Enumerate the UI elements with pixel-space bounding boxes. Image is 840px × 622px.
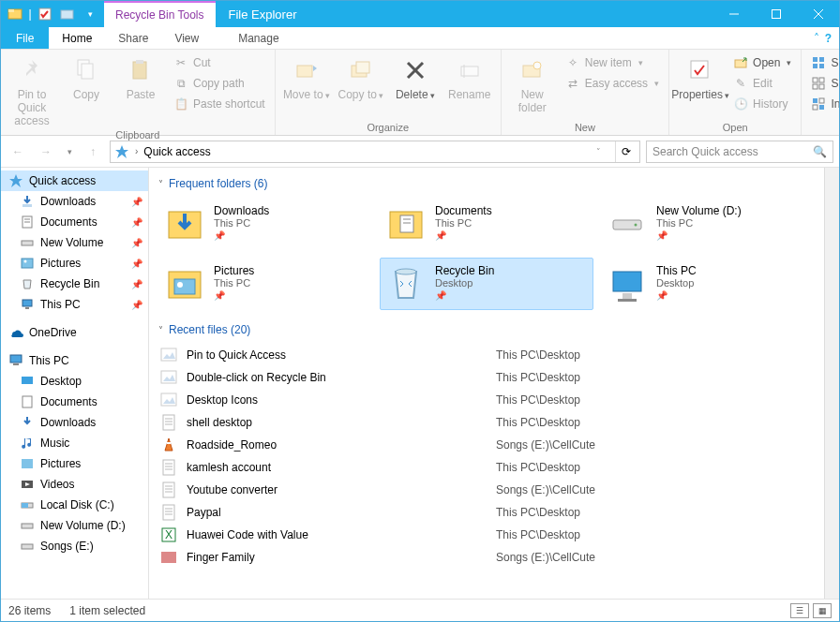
frequent-folder-item[interactable]: This PC Desktop 📌 [601, 258, 815, 310]
sidebar-pc-desktop[interactable]: Desktop [1, 371, 148, 392]
menu-file[interactable]: File [1, 27, 49, 49]
sidebar-pc-newvolume-d[interactable]: New Volume (D:) [1, 515, 148, 536]
qat-newfolder-icon[interactable] [57, 4, 78, 24]
svg-rect-14 [356, 62, 369, 73]
invert-selection-button[interactable]: Invert selection [807, 95, 840, 113]
copy-to-button[interactable]: Copy to▾ [336, 52, 386, 102]
select-all-button[interactable]: Select all [807, 53, 840, 72]
file-name: Huawei Code with Value [187, 528, 496, 541]
folder-name: This PC [656, 264, 697, 277]
navigation-pane[interactable]: Quick access Downloads📌 Documents📌 New V… [1, 168, 149, 599]
history-button[interactable]: 🕒History [729, 95, 795, 113]
close-button[interactable] [797, 1, 839, 27]
new-folder-button[interactable]: New folder [507, 52, 558, 115]
rename-button[interactable]: Rename [444, 52, 495, 102]
properties-button[interactable]: Properties▾ [675, 52, 726, 102]
frequent-folder-item[interactable]: Pictures This PC 📌 [158, 258, 372, 310]
easy-access-button[interactable]: ⇄Easy access▾ [562, 74, 663, 93]
cut-button[interactable]: ✂Cut [170, 53, 269, 72]
file-name: Finger Family [187, 551, 496, 564]
folder-name: Pictures [214, 264, 254, 277]
sidebar-pc-music[interactable]: Music [1, 433, 148, 453]
forward-button[interactable]: → [35, 141, 57, 163]
sidebar-item-downloads[interactable]: Downloads📌 [1, 191, 148, 212]
copy-button[interactable]: Copy [61, 52, 112, 102]
pin-to-quick-access-button[interactable]: Pin to Quick access [7, 52, 57, 127]
recent-file-item[interactable]: Paypal This PC\Desktop [158, 501, 815, 524]
sidebar-item-recyclebin[interactable]: Recycle Bin📌 [1, 274, 148, 294]
sidebar-thispc[interactable]: This PC [1, 350, 148, 371]
breadcrumb-root[interactable]: Quick access [143, 145, 210, 158]
content-pane[interactable]: ˅Frequent folders (6) Downloads This PC … [149, 168, 824, 599]
menu-view[interactable]: View [161, 27, 212, 49]
qat-explorer-icon[interactable] [5, 4, 25, 24]
back-button[interactable]: ← [7, 141, 29, 163]
delete-button[interactable]: Delete▾ [390, 52, 441, 102]
frequent-folder-item[interactable]: Recycle Bin Desktop 📌 [380, 258, 593, 310]
address-bar[interactable]: › Quick access ˅ ⟳ [110, 141, 640, 163]
sidebar-pc-documents[interactable]: Documents [1, 392, 148, 412]
collapse-ribbon-icon[interactable]: ˄ [814, 32, 819, 45]
recent-file-item[interactable]: kamlesh account This PC\Desktop [158, 456, 815, 479]
open-button[interactable]: Open▾ [729, 53, 795, 72]
recent-locations-button[interactable]: ▾ [63, 141, 76, 163]
edit-button[interactable]: ✎Edit [729, 74, 795, 93]
sidebar-quick-access[interactable]: Quick access [1, 170, 148, 191]
titlebar: | ▾ Recycle Bin Tools File Explorer [1, 1, 839, 27]
recent-file-item[interactable]: Finger Family Songs (E:)\CellCute [158, 546, 815, 569]
downloads-icon [20, 415, 35, 430]
refresh-button[interactable]: ⟳ [615, 141, 636, 162]
minimize-button[interactable] [712, 1, 755, 27]
move-to-button[interactable]: Move to▾ [281, 52, 332, 102]
sidebar-item-pictures[interactable]: Pictures📌 [1, 253, 148, 274]
frequent-folder-item[interactable]: New Volume (D:) This PC 📌 [601, 198, 815, 250]
new-item-button[interactable]: ✧New item▾ [562, 53, 663, 72]
frequent-folder-item[interactable]: Downloads This PC 📌 [158, 198, 372, 250]
search-input[interactable]: Search Quick access 🔍 [646, 141, 833, 163]
qat-dropdown[interactable]: ▾ [80, 4, 100, 24]
sidebar-pc-localdisk-c[interactable]: Local Disk (C:) [1, 495, 148, 515]
menu-manage[interactable]: Manage [225, 27, 292, 49]
help-icon[interactable]: ? [825, 32, 832, 45]
recent-file-item[interactable]: shell desktop This PC\Desktop [158, 411, 815, 434]
menu-home[interactable]: Home [49, 27, 105, 49]
frequent-folder-item[interactable]: Documents This PC 📌 [380, 198, 593, 250]
svg-rect-60 [400, 215, 413, 232]
sidebar-item-thispc-qa[interactable]: This PC📌 [1, 294, 148, 315]
quick-access-icon [114, 144, 129, 159]
qat-properties-icon[interactable] [35, 4, 55, 24]
scrollbar[interactable] [824, 168, 839, 599]
recent-files-header[interactable]: ˅Recent files (20) [158, 323, 815, 336]
recent-file-item[interactable]: Desktop Icons This PC\Desktop [158, 389, 815, 411]
pictures-icon [165, 264, 204, 304]
sidebar-pc-songs-e[interactable]: Songs (E:) [1, 536, 148, 556]
maximize-button[interactable] [755, 1, 797, 27]
sidebar-item-documents[interactable]: Documents📌 [1, 212, 148, 232]
context-tab-recyclebin[interactable]: Recycle Bin Tools [104, 1, 216, 27]
svg-rect-46 [25, 307, 29, 309]
menu-share[interactable]: Share [105, 27, 161, 49]
address-dropdown[interactable]: ˅ [587, 141, 609, 163]
up-button[interactable]: ↑ [82, 141, 104, 163]
paste-shortcut-button[interactable]: 📋Paste shortcut [170, 95, 269, 113]
recent-file-item[interactable]: X Huawei Code with Value This PC\Desktop [158, 524, 815, 546]
recent-file-item[interactable]: Youtube converter Songs (E:)\CellCute [158, 479, 815, 501]
recent-file-item[interactable]: Roadside_Romeo Songs (E:)\CellCute [158, 434, 815, 456]
sidebar-item-newvolume[interactable]: New Volume📌 [1, 232, 148, 253]
breadcrumb-chevron-icon[interactable]: › [135, 146, 138, 156]
sidebar-pc-videos[interactable]: Videos [1, 474, 148, 495]
details-view-button[interactable]: ☰ [790, 603, 809, 618]
sidebar-onedrive[interactable]: OneDrive [1, 322, 148, 343]
select-none-button[interactable]: Select none [807, 74, 840, 93]
svg-rect-35 [819, 105, 824, 110]
recent-file-item[interactable]: Double-click on Recycle Bin This PC\Desk… [158, 366, 815, 389]
recent-file-item[interactable]: Pin to Quick Access This PC\Desktop [158, 344, 815, 366]
thumbnails-view-button[interactable]: ▦ [813, 603, 832, 618]
folder-name: Recycle Bin [435, 264, 494, 277]
frequent-folders-header[interactable]: ˅Frequent folders (6) [158, 177, 815, 190]
copy-path-button[interactable]: ⧉Copy path [170, 74, 269, 93]
sidebar-pc-downloads[interactable]: Downloads [1, 412, 148, 433]
select-none-icon [811, 76, 826, 91]
paste-button[interactable]: Paste [115, 52, 166, 102]
sidebar-pc-pictures[interactable]: Pictures [1, 453, 148, 474]
